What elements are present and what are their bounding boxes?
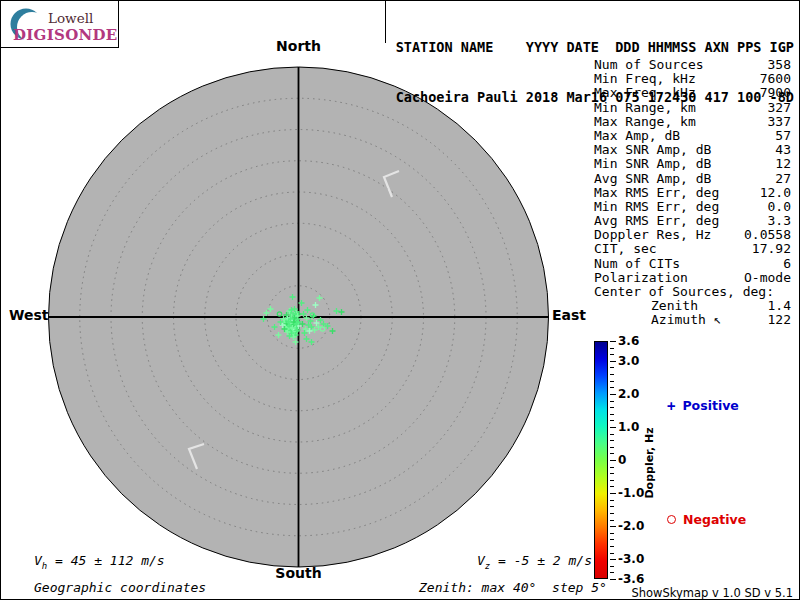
legend-negative: Negative <box>667 512 746 527</box>
stat-row: Max Amp, dB57 <box>594 129 791 143</box>
stat-label: Max RMS Err, deg <box>594 186 719 200</box>
stat-row: CIT, sec17.92 <box>594 242 791 256</box>
stat-value: 0.0 <box>768 200 791 214</box>
colorbar-tick <box>610 520 614 521</box>
header-divider <box>385 1 386 43</box>
stat-row: Num of Sources358 <box>594 58 791 72</box>
stat-label: Max Freq, kHz <box>594 86 696 100</box>
stat-row: Zenith1.4 <box>594 299 791 313</box>
colorbar-tick <box>610 539 614 540</box>
stat-row: Num of CITs6 <box>594 257 791 271</box>
stat-label: Num of CITs <box>594 257 680 271</box>
colorbar-tick <box>610 387 614 388</box>
stat-value: 6 <box>783 257 791 271</box>
lowell-digisonde-logo: Lowell DIGISONDE <box>1 1 119 48</box>
stat-label: Min RMS Err, deg <box>594 200 719 214</box>
stat-label: Max Amp, dB <box>594 129 680 143</box>
stat-label: Zenith <box>651 299 698 313</box>
logo-text-lowell: Lowell <box>48 10 93 26</box>
colorbar-tick <box>610 427 616 428</box>
compass-north-label: North <box>248 38 349 54</box>
stat-value: 1.4 <box>768 299 791 313</box>
colorbar-tick <box>610 394 616 395</box>
stat-row: Min Range, km327 <box>594 101 791 115</box>
colorbar-axis-label: Doppler, Hz <box>643 427 656 498</box>
colorbar-tick-label: 1.0 <box>618 420 639 434</box>
stat-label: Azimuth ↖ <box>651 313 721 327</box>
colorbar-tick <box>610 460 616 461</box>
colorbar-tick <box>610 500 614 501</box>
stat-row: Azimuth ↖122 <box>594 313 791 327</box>
colorbar-tick <box>610 374 614 375</box>
colorbar-tick-label: 0 <box>618 453 626 467</box>
stat-value: 17.92 <box>752 242 791 256</box>
vertical-velocity-value: Vz = -5 ± 2 m/s <box>477 553 592 571</box>
colorbar-tick <box>610 480 614 481</box>
stat-row: Doppler Res, Hz0.0558 <box>594 228 791 242</box>
colorbar-tick <box>610 533 614 534</box>
legend-positive: + Positive <box>667 398 739 413</box>
colorbar-tick <box>610 447 614 448</box>
stat-value: 7900 <box>760 86 791 100</box>
colorbar-tick <box>610 414 614 415</box>
header-column-titles: STATION NAME YYYY DATE DDD HHMMSS AXN PP… <box>396 39 794 56</box>
logo-text-digisonde: DIGISONDE <box>13 26 118 44</box>
horizontal-velocity-value: Vh = 45 ± 112 m/s <box>34 553 165 571</box>
stat-value: 337 <box>768 115 791 129</box>
stat-row: Max Freq, kHz7900 <box>594 86 791 100</box>
colorbar-tick <box>610 434 614 435</box>
stat-label: Min Range, km <box>594 101 696 115</box>
colorbar-tick-label: -2.0 <box>618 519 644 533</box>
colorbar-tick-label: -3.0 <box>618 552 644 566</box>
stat-label: Max SNR Amp, dB <box>594 143 711 157</box>
stat-value: 122 <box>768 313 791 327</box>
compass-south-label: South <box>248 565 349 581</box>
stat-row: Avg SNR Amp, dB27 <box>594 172 791 186</box>
colorbar-tick <box>610 341 616 342</box>
showskymap-window: Lowell DIGISONDE STATION NAME YYYY DATE … <box>0 0 800 600</box>
colorbar-tick <box>610 553 614 554</box>
stat-label: Min Freq, kHz <box>594 72 696 86</box>
stat-value: 7600 <box>760 72 791 86</box>
colorbar-tick <box>610 348 614 349</box>
colorbar-tick <box>610 506 614 507</box>
stat-row: Max Range, km337 <box>594 115 791 129</box>
colorbar-tick-label: -1.0 <box>618 486 644 500</box>
legend-negative-label: Negative <box>683 512 746 527</box>
vh-text: = 45 ± 112 m/s <box>47 553 164 568</box>
stat-value: 12.0 <box>760 186 791 200</box>
stat-label: Polarization <box>594 271 688 285</box>
colorbar-tick <box>610 493 616 494</box>
stat-value: 27 <box>775 172 791 186</box>
stat-label: Max Range, km <box>594 115 696 129</box>
stat-row: Max RMS Err, deg12.0 <box>594 186 791 200</box>
colorbar-tick <box>610 473 614 474</box>
colorbar-tick <box>610 361 616 362</box>
stat-label: Doppler Res, Hz <box>594 228 711 242</box>
colorbar-tick <box>610 407 614 408</box>
stat-label: CIT, sec <box>594 242 657 256</box>
colorbar-tick <box>610 486 614 487</box>
stat-value: 57 <box>775 129 791 143</box>
stat-value: 12 <box>775 157 791 171</box>
stat-label: Min SNR Amp, dB <box>594 157 711 171</box>
colorbar-tick <box>610 579 616 580</box>
stats-panel: Num of Sources358Min Freq, kHz7600Max Fr… <box>594 58 791 328</box>
stat-label: Num of Sources <box>594 58 704 72</box>
stat-value: 0.0558 <box>744 228 791 242</box>
legend-positive-label: Positive <box>682 398 738 413</box>
colorbar-tick <box>610 559 616 560</box>
colorbar-tick <box>610 546 614 547</box>
colorbar-tick-label: 3.0 <box>618 354 639 368</box>
colorbar-tick <box>610 526 616 527</box>
coordinates-note: Geographic coordinates <box>34 580 206 595</box>
colorbar-tick-label: 2.0 <box>618 387 639 401</box>
compass-west-label: West <box>9 307 48 323</box>
colorbar-tick-label: 3.6 <box>618 334 639 348</box>
zenith-range-note: Zenith: max 40° step 5° <box>419 580 607 595</box>
stat-label: Center of Sources, deg: <box>594 285 774 299</box>
stat-row: Min SNR Amp, dB12 <box>594 157 791 171</box>
stat-row: Min Freq, kHz7600 <box>594 72 791 86</box>
stat-label: Avg RMS Err, deg <box>594 214 719 228</box>
doppler-colorbar <box>594 341 608 579</box>
